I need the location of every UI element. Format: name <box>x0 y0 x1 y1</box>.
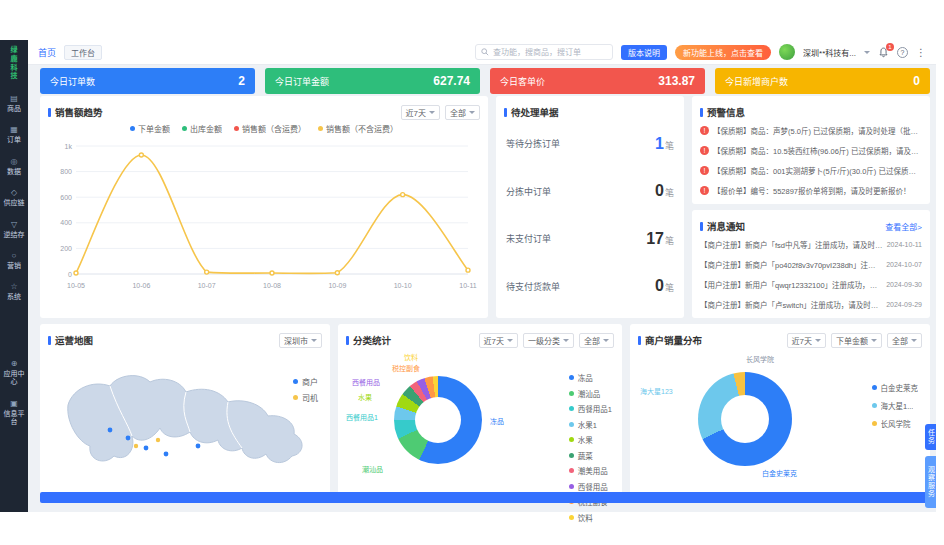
legend-item[interactable]: 西餐用品1 <box>569 403 612 414</box>
help-button[interactable]: ? <box>897 47 908 58</box>
legend-item[interactable]: 冻品 <box>569 372 612 383</box>
legend-dot <box>872 403 877 408</box>
alerts-panel: 预警信息 !【保质期】商品：声梦(5.0斤) 已过保质期，请及时处理（批次号：T… <box>692 96 930 204</box>
legend-item[interactable]: 销售额（含运费） <box>234 123 306 134</box>
version-button[interactable]: 版本说明 <box>621 45 667 60</box>
shenzhen-map[interactable] <box>48 350 322 482</box>
more-button[interactable]: ⋮ <box>916 47 926 58</box>
notice-item[interactable]: 【商户注册】新商户「po402f8v3v70pvI238dh」注册成功…2024… <box>700 254 922 274</box>
level-select[interactable]: 一级分类 <box>523 333 574 348</box>
category-stats-panel: 分类统计 近7天 一级分类 全部 饮料 税控副食 西餐用品 水果 西餐用品1 潮… <box>338 324 622 500</box>
tab-workbench[interactable]: 工作台 <box>64 45 102 60</box>
legend-item[interactable]: 销售额（不含运费） <box>318 123 398 134</box>
task-edge-tab[interactable]: 任务 <box>925 424 936 450</box>
alert-item[interactable]: !【报价单】编号：552897报价单将到期，请及时更新报价！ <box>700 180 922 200</box>
kpi-row: 今日订单数 2 今日订单金额 627.74 今日客单价 313.87 今日新增商… <box>40 68 930 94</box>
svg-text:10-08: 10-08 <box>263 282 281 289</box>
kpi-value: 627.74 <box>433 74 470 88</box>
pending-row-sorting[interactable]: 分拣中订单 0笔 <box>506 182 674 200</box>
sidebar-item-system[interactable]: ☆ 系统 <box>3 283 25 301</box>
pending-row-waiting-sort[interactable]: 等待分拣订单 1笔 <box>506 135 674 153</box>
kpi-card-orders-count: 今日订单数 2 <box>40 68 255 94</box>
chevron-down-icon <box>311 339 317 342</box>
sidebar-item-marketing[interactable]: ○ 营销 <box>3 252 25 270</box>
legend-dot <box>569 437 574 442</box>
legend-item[interactable]: 蔬菜 <box>569 450 612 461</box>
scope-select[interactable]: 全部 <box>579 333 614 348</box>
tab-home[interactable]: 首页 <box>38 46 56 59</box>
promo-button[interactable]: 新功能上线，点击查看 <box>675 45 771 60</box>
svg-text:10-06: 10-06 <box>132 282 150 289</box>
pending-row-unpaid-bills[interactable]: 待支付货款单 0笔 <box>506 277 674 295</box>
category-donut-chart[interactable] <box>394 376 482 464</box>
title-bar-icon <box>700 108 703 117</box>
kpi-label: 今日客单价 <box>500 75 545 88</box>
legend-item[interactable]: 饮料 <box>569 512 612 523</box>
username[interactable]: 深圳**科技有... <box>803 47 856 58</box>
sidebar-item-label: 信息平台 <box>3 410 25 427</box>
svg-text:800: 800 <box>60 168 72 175</box>
alert-item[interactable]: !【保质期】商品：001实测胡萝卜(5斤/斤)(30.0斤) 已过保质期，请及时… <box>700 160 922 180</box>
search-input[interactable] <box>493 48 607 57</box>
sidebar-item-orders[interactable]: ▦ 订单 <box>3 126 25 144</box>
title-bar-icon <box>504 108 507 117</box>
panel-header: 销售额趋势 近7天 全部 <box>48 104 480 120</box>
app-window: 绿鹿科技 ▤ 商品 ▦ 订单 ◎ 数据 ◇ 供应链 <box>0 40 936 512</box>
donut-callout: 西餐用品 <box>352 377 380 387</box>
inventory-icon: ▽ <box>11 221 17 229</box>
avatar[interactable] <box>779 44 795 60</box>
legend-dot <box>569 406 574 411</box>
legend-item[interactable]: 水果1 <box>569 419 612 430</box>
sidebar-item-inventory[interactable]: ▽ 逆结存 <box>3 221 25 239</box>
legend-dot <box>182 126 187 131</box>
pending-label: 未支付订单 <box>506 232 551 245</box>
legend-item[interactable]: 潮美用品 <box>569 465 612 476</box>
alert-item[interactable]: !【保质期】商品：声梦(5.0斤) 已过保质期，请及时处理（批次号：T10… <box>700 120 922 140</box>
screen: 绿鹿科技 ▤ 商品 ▦ 订单 ◎ 数据 ◇ 供应链 <box>0 0 944 545</box>
panel-title: 运营地图 <box>48 333 93 347</box>
merchant-donut-chart[interactable] <box>698 372 792 466</box>
range-select[interactable]: 近7天 <box>787 333 826 348</box>
notification-bell[interactable]: 1 <box>878 47 889 58</box>
service-edge-tab[interactable]: 观察服务 <box>925 456 936 508</box>
legend-item[interactable]: 下单金额 <box>130 123 170 134</box>
sidebar-item-label: 订单 <box>3 136 25 144</box>
range-select[interactable]: 近7天 <box>401 105 440 120</box>
sidebar-nav: ▤ 商品 ▦ 订单 ◎ 数据 ◇ 供应链 ▽ 逆结存 <box>3 95 25 302</box>
notice-item[interactable]: 【用户注册】新用户「qwqr12332100」注册成功，请及时审核。2024-0… <box>700 274 922 294</box>
chevron-down-icon <box>507 339 513 342</box>
view-all-link[interactable]: 查看全部> <box>885 221 922 232</box>
alert-item[interactable]: !【保质期】商品：10.5装西红柿(96.06斤) 已过保质期，请及时处理（批… <box>700 140 922 160</box>
panel-controls: 近7天 一级分类 全部 <box>479 333 614 348</box>
donut-callout: 西餐用品1 <box>346 412 378 422</box>
scope-select[interactable]: 全部 <box>887 333 922 348</box>
pending-row-unpaid-orders[interactable]: 未支付订单 17笔 <box>506 230 674 248</box>
scope-select[interactable]: 全部 <box>445 105 480 120</box>
donut-callout: 税控副食 <box>392 363 420 373</box>
panel-controls: 近7天 下单金额 全部 <box>787 333 922 348</box>
sidebar-item-app-center[interactable]: ⊕ 应用中心 <box>3 360 25 387</box>
legend-item[interactable]: 出库金额 <box>182 123 222 134</box>
legend-item[interactable]: 白金史莱克 <box>872 382 919 393</box>
legend-item[interactable]: 西餐用品 <box>569 481 612 492</box>
range-select[interactable]: 近7天 <box>479 333 518 348</box>
panel-header: 商户销量分布 近7天 下单金额 全部 <box>638 332 922 348</box>
legend-item[interactable]: 长风学院 <box>872 418 919 429</box>
legend-item-driver[interactable]: 司机 <box>293 392 318 403</box>
legend-item[interactable]: 水果 <box>569 434 612 445</box>
legend-item[interactable]: 海大星1... <box>872 400 919 411</box>
sidebar-item-label: 系统 <box>3 293 25 301</box>
city-select[interactable]: 深圳市 <box>279 333 322 348</box>
category-donut-area: 饮料 税控副食 西餐用品 水果 西餐用品1 潮汕品 冻品 冻品 潮汕品 西餐用品… <box>346 352 614 490</box>
sidebar-item-supply-chain[interactable]: ◇ 供应链 <box>3 189 25 207</box>
legend-dot <box>872 421 877 426</box>
notice-item[interactable]: 【商户注册】新商户「fsd中凡等」注册成功，请及时查看。2024-10-11 <box>700 234 922 254</box>
legend-item-merchant[interactable]: 商户 <box>293 376 318 387</box>
sidebar-item-data[interactable]: ◎ 数据 <box>3 158 25 176</box>
sidebar-item-goods[interactable]: ▤ 商品 <box>3 95 25 113</box>
chevron-down-icon <box>563 339 569 342</box>
notice-item[interactable]: 【商户注册】新商户「卢switch」注册成功，请及时查看。2024-09-29 <box>700 294 922 314</box>
sidebar-item-info-platform[interactable]: ▣ 信息平台 <box>3 400 25 427</box>
legend-item[interactable]: 潮汕品 <box>569 388 612 399</box>
metric-select[interactable]: 下单金额 <box>831 333 882 348</box>
